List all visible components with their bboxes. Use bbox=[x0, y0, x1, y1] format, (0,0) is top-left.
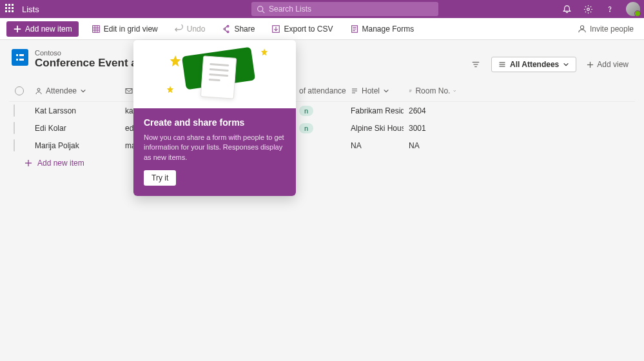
add-row-label: Add new item bbox=[37, 159, 84, 168]
share-button[interactable]: Share bbox=[218, 22, 259, 36]
column-hotel-label: Hotel bbox=[362, 86, 380, 95]
undo-icon bbox=[175, 24, 184, 34]
suite-right bbox=[562, 0, 640, 18]
cell-room: 3001 bbox=[404, 124, 462, 133]
callout-title: Create and share forms bbox=[144, 117, 286, 128]
user-avatar[interactable] bbox=[626, 2, 640, 16]
plus-icon bbox=[13, 24, 22, 34]
column-room[interactable]: Room No. bbox=[404, 86, 462, 95]
form-icon bbox=[350, 24, 359, 34]
export-icon bbox=[271, 24, 280, 34]
cell-hotel: NA bbox=[346, 141, 404, 150]
header-right: All Attendees Add view bbox=[467, 55, 632, 73]
data-table: Attendee Ema of attendance Hotel Room No… bbox=[9, 80, 635, 172]
svg-point-30 bbox=[37, 88, 40, 91]
svg-rect-18 bbox=[16, 54, 18, 56]
invite-people-button[interactable]: Invite people bbox=[574, 22, 638, 36]
svg-point-2 bbox=[587, 8, 590, 10]
edit-grid-label: Edit in grid view bbox=[104, 24, 158, 34]
plus-icon bbox=[24, 159, 32, 167]
add-view-button[interactable]: Add view bbox=[583, 57, 632, 72]
chevron-down-icon bbox=[563, 61, 569, 68]
select-all[interactable] bbox=[9, 86, 30, 95]
svg-point-3 bbox=[609, 11, 610, 12]
add-new-item-label: Add new item bbox=[25, 24, 72, 34]
add-row-button[interactable]: Add new item bbox=[9, 154, 635, 172]
cell-room: NA bbox=[404, 141, 462, 150]
filter-button[interactable] bbox=[467, 55, 485, 73]
undo-label: Undo bbox=[187, 24, 206, 34]
column-attendee[interactable]: Attendee bbox=[30, 86, 120, 95]
cell-attend-type: n bbox=[294, 123, 346, 133]
column-attendance-type[interactable]: of attendance bbox=[294, 86, 346, 95]
export-csv-button[interactable]: Export to CSV bbox=[268, 22, 337, 36]
column-attendance-label: of attendance bbox=[299, 86, 346, 95]
table-header: Attendee Ema of attendance Hotel Room No… bbox=[9, 80, 635, 102]
text-icon bbox=[409, 87, 412, 95]
callout-text: Now you can share a form with people to … bbox=[144, 133, 286, 162]
plus-icon bbox=[587, 61, 594, 68]
text-icon bbox=[351, 87, 358, 95]
settings-icon[interactable] bbox=[583, 5, 593, 14]
edit-grid-button[interactable]: Edit in grid view bbox=[88, 22, 162, 36]
svg-rect-20 bbox=[19, 54, 24, 56]
try-it-button[interactable]: Try it bbox=[144, 170, 176, 186]
teaching-callout: Create and share forms Now you can share… bbox=[133, 40, 296, 196]
app-launcher-icon[interactable] bbox=[5, 4, 15, 14]
table-row[interactable]: Marija Poljak marija NA NA bbox=[9, 137, 635, 154]
table-row[interactable]: Kat Larsson kat@o n Fabrikam Residences … bbox=[9, 102, 635, 119]
svg-rect-19 bbox=[16, 59, 18, 61]
svg-line-1 bbox=[262, 10, 264, 12]
svg-point-9 bbox=[228, 25, 229, 27]
command-bar: Add new item Edit in grid view Undo Shar… bbox=[0, 18, 644, 40]
invite-label: Invite people bbox=[590, 24, 634, 34]
add-new-item-button[interactable]: Add new item bbox=[6, 21, 79, 37]
cell-attend-type: n bbox=[294, 106, 346, 116]
column-room-label: Room No. bbox=[415, 86, 450, 95]
share-label: Share bbox=[234, 24, 255, 34]
chevron-down-icon bbox=[453, 88, 456, 94]
search-icon bbox=[257, 5, 265, 14]
view-name: All Attendees bbox=[510, 60, 559, 69]
cell-hotel: Alpine Ski House bbox=[346, 124, 404, 133]
table-row[interactable]: Edi Kolar edi@o n Alpine Ski House 3001 bbox=[9, 119, 635, 137]
column-hotel[interactable]: Hotel bbox=[346, 86, 404, 95]
list-header: Contoso Conference Event attendees All A… bbox=[0, 40, 644, 80]
add-view-label: Add view bbox=[597, 60, 629, 69]
grid-icon bbox=[92, 24, 101, 34]
cell-room: 2604 bbox=[404, 106, 462, 115]
app-name: Lists bbox=[22, 5, 39, 14]
svg-rect-21 bbox=[19, 59, 24, 61]
svg-rect-4 bbox=[92, 25, 99, 32]
list-view-icon bbox=[498, 61, 506, 68]
help-icon[interactable] bbox=[605, 5, 614, 14]
export-csv-label: Export to CSV bbox=[284, 24, 333, 34]
share-icon bbox=[222, 24, 231, 34]
svg-point-17 bbox=[580, 25, 583, 28]
undo-button[interactable]: Undo bbox=[171, 22, 210, 36]
column-attendee-label: Attendee bbox=[46, 86, 77, 95]
list-icon bbox=[12, 49, 28, 66]
person-icon bbox=[578, 24, 587, 34]
search-placeholder: Search Lists bbox=[269, 5, 311, 14]
search-input[interactable]: Search Lists bbox=[251, 2, 438, 16]
callout-illustration bbox=[133, 40, 296, 108]
notifications-icon[interactable] bbox=[562, 5, 572, 14]
callout-body: Create and share forms Now you can share… bbox=[133, 108, 296, 196]
cell-hotel: Fabrikam Residences bbox=[346, 106, 404, 115]
svg-point-0 bbox=[258, 6, 263, 11]
svg-point-11 bbox=[224, 28, 226, 30]
manage-forms-label: Manage Forms bbox=[362, 24, 415, 34]
manage-forms-button[interactable]: Manage Forms bbox=[346, 22, 418, 36]
chevron-down-icon bbox=[383, 88, 389, 94]
mail-icon bbox=[125, 87, 133, 95]
chevron-down-icon bbox=[80, 88, 86, 94]
svg-rect-31 bbox=[126, 88, 132, 93]
cell-attendee: Marija Poljak bbox=[30, 141, 120, 150]
svg-point-10 bbox=[228, 31, 229, 33]
view-selector[interactable]: All Attendees bbox=[491, 57, 576, 72]
person-icon bbox=[35, 87, 43, 95]
suite-bar: Lists Search Lists bbox=[0, 0, 644, 18]
cell-attendee: Kat Larsson bbox=[30, 106, 120, 115]
cell-attendee: Edi Kolar bbox=[30, 124, 120, 133]
